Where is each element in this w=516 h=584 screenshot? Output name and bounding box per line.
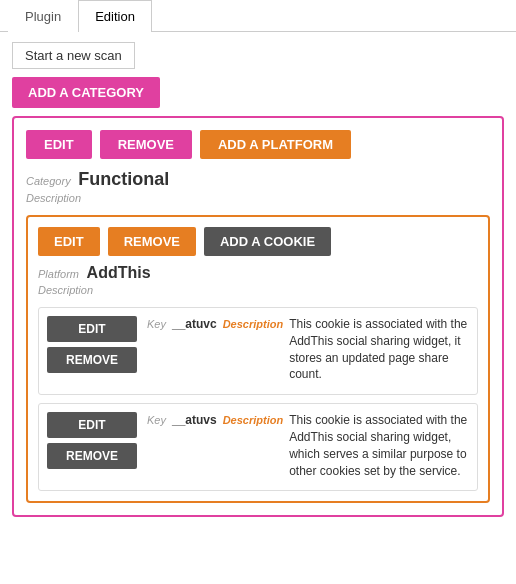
cookie-row: EDIT REMOVE Key __atuvc Description This… xyxy=(38,307,478,395)
start-scan-button[interactable]: Start a new scan xyxy=(12,42,135,69)
platform-description-label: Description xyxy=(38,284,93,296)
cookies-container: EDIT REMOVE Key __atuvc Description This… xyxy=(38,307,478,491)
cookie-desc-label-0: Description xyxy=(223,318,284,330)
category-label: Category xyxy=(26,175,71,187)
platform-actions: EDIT REMOVE ADD A COOKIE xyxy=(38,227,478,256)
tab-bar: Plugin Edition xyxy=(0,0,516,32)
cookie-key-value-0: __atuvc xyxy=(172,317,217,331)
tab-edition[interactable]: Edition xyxy=(78,0,152,32)
cookie-key-value-1: __atuvs xyxy=(172,413,217,427)
cookie-key-row-1: Key __atuvs Description This cookie is a… xyxy=(147,412,469,479)
add-cookie-button[interactable]: ADD A COOKIE xyxy=(204,227,331,256)
cookie-key-label-1: Key xyxy=(147,414,166,426)
cookie-key-label-0: Key xyxy=(147,318,166,330)
platform-info: Platform AddThis Description xyxy=(38,264,478,297)
cookie-edit-button-1[interactable]: EDIT xyxy=(47,412,137,438)
category-info: Category Functional Description xyxy=(26,169,490,205)
category-edit-button[interactable]: EDIT xyxy=(26,130,92,159)
category-description-label: Description xyxy=(26,192,81,204)
cookie-desc-text-1: This cookie is associated with the AddTh… xyxy=(289,412,469,479)
category-actions: EDIT REMOVE ADD A PLATFORM xyxy=(26,130,490,159)
platform-description-row: Description xyxy=(38,282,478,297)
add-platform-button[interactable]: ADD A PLATFORM xyxy=(200,130,351,159)
category-description-row: Description xyxy=(26,190,490,205)
tab-plugin[interactable]: Plugin xyxy=(8,0,78,32)
category-remove-button[interactable]: REMOVE xyxy=(100,130,192,159)
cookie-row: EDIT REMOVE Key __atuvs Description This… xyxy=(38,403,478,491)
cookie-desc-text-0: This cookie is associated with the AddTh… xyxy=(289,316,469,383)
cookie-remove-button-1[interactable]: REMOVE xyxy=(47,443,137,469)
platform-name: AddThis xyxy=(87,264,151,281)
category-name: Functional xyxy=(78,169,169,189)
cookie-key-row-0: Key __atuvc Description This cookie is a… xyxy=(147,316,469,383)
cookie-buttons-0: EDIT REMOVE xyxy=(47,316,137,373)
platform-edit-button[interactable]: EDIT xyxy=(38,227,100,256)
cookie-edit-button-0[interactable]: EDIT xyxy=(47,316,137,342)
cookie-details-0: Key __atuvc Description This cookie is a… xyxy=(147,316,469,386)
add-category-button[interactable]: ADD A CATEGORY xyxy=(12,77,160,108)
cookie-remove-button-0[interactable]: REMOVE xyxy=(47,347,137,373)
cookie-details-1: Key __atuvs Description This cookie is a… xyxy=(147,412,469,482)
platform-label: Platform xyxy=(38,268,79,280)
cookie-buttons-1: EDIT REMOVE xyxy=(47,412,137,469)
category-card: EDIT REMOVE ADD A PLATFORM Category Func… xyxy=(12,116,504,517)
cookie-desc-label-1: Description xyxy=(223,414,284,426)
platform-remove-button[interactable]: REMOVE xyxy=(108,227,196,256)
platform-name-row: Platform AddThis xyxy=(38,264,478,282)
category-name-row: Category Functional xyxy=(26,169,490,190)
top-actions: Start a new scan ADD A CATEGORY xyxy=(0,32,516,116)
platform-card: EDIT REMOVE ADD A COOKIE Platform AddThi… xyxy=(26,215,490,503)
